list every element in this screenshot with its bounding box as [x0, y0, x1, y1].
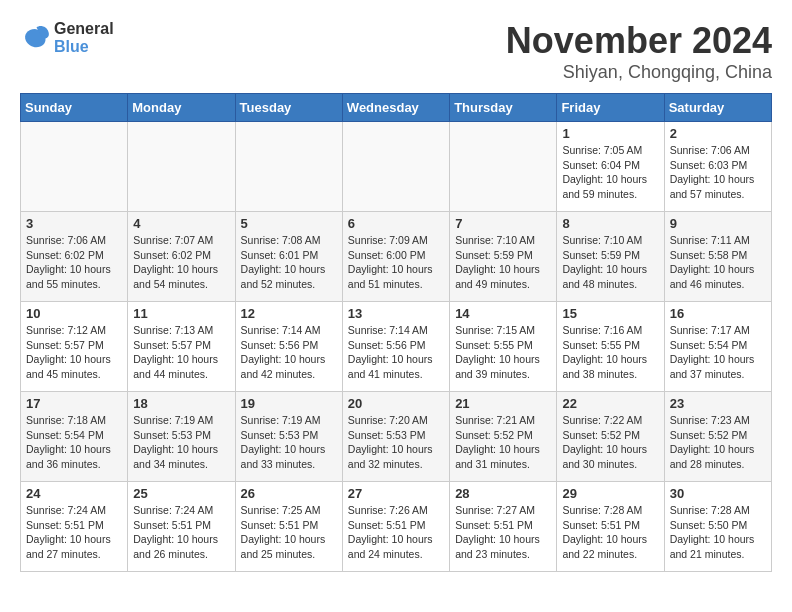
day-info: Sunrise: 7:10 AM Sunset: 5:59 PM Dayligh… [455, 233, 551, 292]
day-cell: 20Sunrise: 7:20 AM Sunset: 5:53 PM Dayli… [342, 392, 449, 482]
day-info: Sunrise: 7:20 AM Sunset: 5:53 PM Dayligh… [348, 413, 444, 472]
day-number: 8 [562, 216, 658, 231]
day-number: 11 [133, 306, 229, 321]
day-cell: 28Sunrise: 7:27 AM Sunset: 5:51 PM Dayli… [450, 482, 557, 572]
day-cell: 1Sunrise: 7:05 AM Sunset: 6:04 PM Daylig… [557, 122, 664, 212]
day-info: Sunrise: 7:11 AM Sunset: 5:58 PM Dayligh… [670, 233, 766, 292]
day-cell: 25Sunrise: 7:24 AM Sunset: 5:51 PM Dayli… [128, 482, 235, 572]
week-row-4: 17Sunrise: 7:18 AM Sunset: 5:54 PM Dayli… [21, 392, 772, 482]
location-title: Shiyan, Chongqing, China [506, 62, 772, 83]
day-number: 23 [670, 396, 766, 411]
day-number: 7 [455, 216, 551, 231]
day-number: 26 [241, 486, 337, 501]
day-info: Sunrise: 7:10 AM Sunset: 5:59 PM Dayligh… [562, 233, 658, 292]
header-row: SundayMondayTuesdayWednesdayThursdayFrid… [21, 94, 772, 122]
day-cell: 7Sunrise: 7:10 AM Sunset: 5:59 PM Daylig… [450, 212, 557, 302]
day-number: 10 [26, 306, 122, 321]
day-cell: 8Sunrise: 7:10 AM Sunset: 5:59 PM Daylig… [557, 212, 664, 302]
day-number: 14 [455, 306, 551, 321]
day-cell: 2Sunrise: 7:06 AM Sunset: 6:03 PM Daylig… [664, 122, 771, 212]
header-cell-wednesday: Wednesday [342, 94, 449, 122]
day-info: Sunrise: 7:19 AM Sunset: 5:53 PM Dayligh… [133, 413, 229, 472]
day-number: 18 [133, 396, 229, 411]
day-info: Sunrise: 7:14 AM Sunset: 5:56 PM Dayligh… [241, 323, 337, 382]
day-info: Sunrise: 7:28 AM Sunset: 5:51 PM Dayligh… [562, 503, 658, 562]
day-info: Sunrise: 7:16 AM Sunset: 5:55 PM Dayligh… [562, 323, 658, 382]
day-number: 29 [562, 486, 658, 501]
day-info: Sunrise: 7:28 AM Sunset: 5:50 PM Dayligh… [670, 503, 766, 562]
day-number: 9 [670, 216, 766, 231]
month-title: November 2024 [506, 20, 772, 62]
day-info: Sunrise: 7:14 AM Sunset: 5:56 PM Dayligh… [348, 323, 444, 382]
calendar-body: 1Sunrise: 7:05 AM Sunset: 6:04 PM Daylig… [21, 122, 772, 572]
day-cell: 15Sunrise: 7:16 AM Sunset: 5:55 PM Dayli… [557, 302, 664, 392]
day-cell: 13Sunrise: 7:14 AM Sunset: 5:56 PM Dayli… [342, 302, 449, 392]
day-number: 25 [133, 486, 229, 501]
page-header: General Blue November 2024 Shiyan, Chong… [20, 20, 772, 83]
day-cell: 6Sunrise: 7:09 AM Sunset: 6:00 PM Daylig… [342, 212, 449, 302]
day-number: 3 [26, 216, 122, 231]
day-number: 15 [562, 306, 658, 321]
day-info: Sunrise: 7:24 AM Sunset: 5:51 PM Dayligh… [133, 503, 229, 562]
day-info: Sunrise: 7:13 AM Sunset: 5:57 PM Dayligh… [133, 323, 229, 382]
day-cell [128, 122, 235, 212]
title-section: November 2024 Shiyan, Chongqing, China [506, 20, 772, 83]
day-cell: 19Sunrise: 7:19 AM Sunset: 5:53 PM Dayli… [235, 392, 342, 482]
day-cell: 27Sunrise: 7:26 AM Sunset: 5:51 PM Dayli… [342, 482, 449, 572]
day-info: Sunrise: 7:24 AM Sunset: 5:51 PM Dayligh… [26, 503, 122, 562]
day-cell [235, 122, 342, 212]
day-cell: 16Sunrise: 7:17 AM Sunset: 5:54 PM Dayli… [664, 302, 771, 392]
day-info: Sunrise: 7:27 AM Sunset: 5:51 PM Dayligh… [455, 503, 551, 562]
header-cell-sunday: Sunday [21, 94, 128, 122]
day-cell: 3Sunrise: 7:06 AM Sunset: 6:02 PM Daylig… [21, 212, 128, 302]
calendar-header: SundayMondayTuesdayWednesdayThursdayFrid… [21, 94, 772, 122]
day-cell: 29Sunrise: 7:28 AM Sunset: 5:51 PM Dayli… [557, 482, 664, 572]
day-cell [450, 122, 557, 212]
week-row-2: 3Sunrise: 7:06 AM Sunset: 6:02 PM Daylig… [21, 212, 772, 302]
day-info: Sunrise: 7:05 AM Sunset: 6:04 PM Dayligh… [562, 143, 658, 202]
day-info: Sunrise: 7:12 AM Sunset: 5:57 PM Dayligh… [26, 323, 122, 382]
day-number: 22 [562, 396, 658, 411]
header-cell-tuesday: Tuesday [235, 94, 342, 122]
day-number: 16 [670, 306, 766, 321]
day-number: 13 [348, 306, 444, 321]
day-number: 5 [241, 216, 337, 231]
day-cell: 12Sunrise: 7:14 AM Sunset: 5:56 PM Dayli… [235, 302, 342, 392]
day-cell [342, 122, 449, 212]
day-info: Sunrise: 7:06 AM Sunset: 6:03 PM Dayligh… [670, 143, 766, 202]
day-cell: 21Sunrise: 7:21 AM Sunset: 5:52 PM Dayli… [450, 392, 557, 482]
header-cell-monday: Monday [128, 94, 235, 122]
header-cell-thursday: Thursday [450, 94, 557, 122]
calendar-table: SundayMondayTuesdayWednesdayThursdayFrid… [20, 93, 772, 572]
day-cell: 18Sunrise: 7:19 AM Sunset: 5:53 PM Dayli… [128, 392, 235, 482]
day-number: 21 [455, 396, 551, 411]
day-info: Sunrise: 7:21 AM Sunset: 5:52 PM Dayligh… [455, 413, 551, 472]
day-number: 12 [241, 306, 337, 321]
day-number: 6 [348, 216, 444, 231]
day-number: 4 [133, 216, 229, 231]
logo-text: General Blue [54, 20, 114, 56]
day-info: Sunrise: 7:25 AM Sunset: 5:51 PM Dayligh… [241, 503, 337, 562]
day-number: 27 [348, 486, 444, 501]
day-cell: 14Sunrise: 7:15 AM Sunset: 5:55 PM Dayli… [450, 302, 557, 392]
day-number: 28 [455, 486, 551, 501]
header-cell-friday: Friday [557, 94, 664, 122]
day-cell: 24Sunrise: 7:24 AM Sunset: 5:51 PM Dayli… [21, 482, 128, 572]
logo-icon [20, 23, 50, 53]
logo: General Blue [20, 20, 114, 56]
day-cell: 26Sunrise: 7:25 AM Sunset: 5:51 PM Dayli… [235, 482, 342, 572]
week-row-1: 1Sunrise: 7:05 AM Sunset: 6:04 PM Daylig… [21, 122, 772, 212]
day-info: Sunrise: 7:19 AM Sunset: 5:53 PM Dayligh… [241, 413, 337, 472]
day-number: 19 [241, 396, 337, 411]
week-row-3: 10Sunrise: 7:12 AM Sunset: 5:57 PM Dayli… [21, 302, 772, 392]
day-cell: 5Sunrise: 7:08 AM Sunset: 6:01 PM Daylig… [235, 212, 342, 302]
day-number: 30 [670, 486, 766, 501]
day-cell: 11Sunrise: 7:13 AM Sunset: 5:57 PM Dayli… [128, 302, 235, 392]
day-info: Sunrise: 7:06 AM Sunset: 6:02 PM Dayligh… [26, 233, 122, 292]
day-cell: 30Sunrise: 7:28 AM Sunset: 5:50 PM Dayli… [664, 482, 771, 572]
day-cell: 17Sunrise: 7:18 AM Sunset: 5:54 PM Dayli… [21, 392, 128, 482]
day-info: Sunrise: 7:26 AM Sunset: 5:51 PM Dayligh… [348, 503, 444, 562]
day-cell: 9Sunrise: 7:11 AM Sunset: 5:58 PM Daylig… [664, 212, 771, 302]
day-number: 1 [562, 126, 658, 141]
day-info: Sunrise: 7:09 AM Sunset: 6:00 PM Dayligh… [348, 233, 444, 292]
